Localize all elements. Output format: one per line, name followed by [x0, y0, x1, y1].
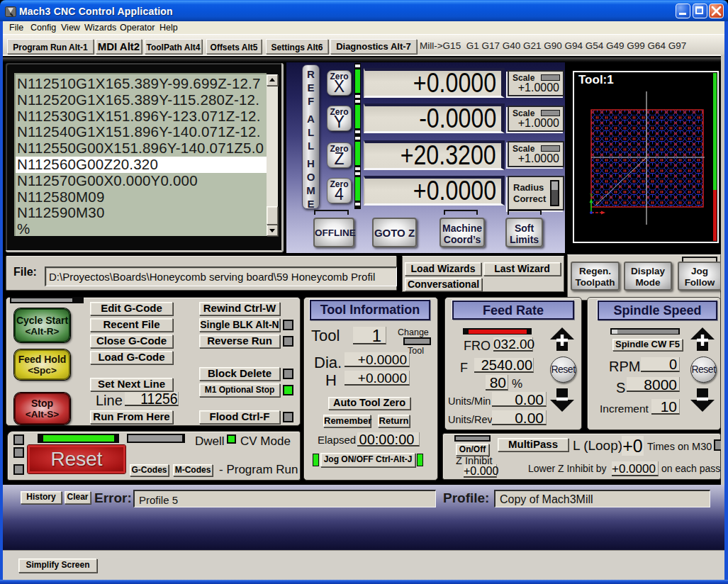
svg-text:Y: Y — [590, 193, 593, 198]
